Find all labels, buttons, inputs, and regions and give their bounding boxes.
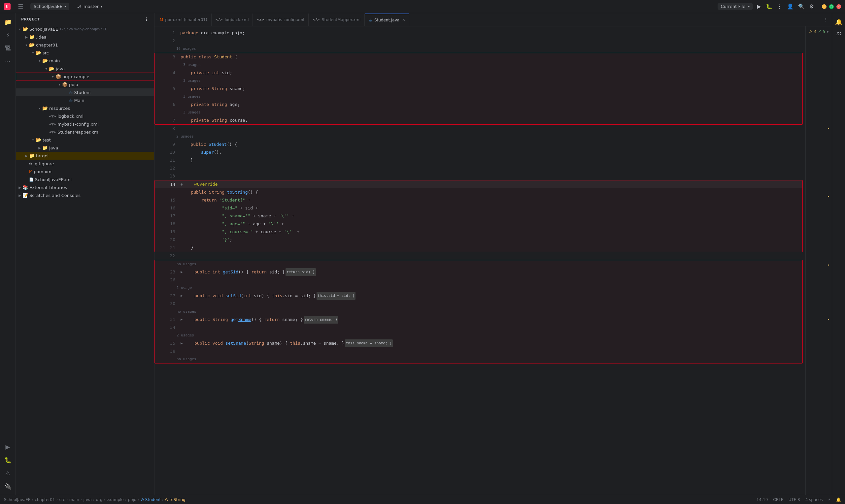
sidebar-menu-icon[interactable]: ⋮ bbox=[144, 17, 149, 22]
run-icon[interactable]: ▶ bbox=[757, 3, 761, 10]
tab-student[interactable]: ☕ Student.java ✕ bbox=[365, 14, 409, 26]
line-ending[interactable]: CRLF bbox=[773, 498, 783, 502]
tab-close-button[interactable]: ✕ bbox=[402, 18, 405, 22]
code-line-22: 22 bbox=[155, 252, 805, 260]
branch-switcher[interactable]: ⎇ master ▾ bbox=[73, 3, 106, 10]
tree-item-school-root[interactable]: ▾ 📂 SchoolJavaEE G:\Java web\SchoolJavaE… bbox=[16, 25, 154, 33]
code-line-5: 5 private String sname; bbox=[155, 85, 803, 93]
tree-item-iml[interactable]: ▾ 📄 SchoolJavaEE.iml bbox=[16, 176, 154, 183]
tab-logback[interactable]: </> logback.xml bbox=[212, 14, 253, 26]
code-content: return "Student{" + bbox=[180, 196, 250, 204]
breadcrumb-item[interactable]: main bbox=[69, 498, 79, 502]
activity-commit-icon[interactable]: ⚡ bbox=[2, 29, 14, 41]
code-content: public void setSid(int sid) { this.sid =… bbox=[184, 292, 316, 300]
debug-icon[interactable]: 🐛 bbox=[766, 3, 772, 10]
code-content: ", course='" + course + '\'' + bbox=[180, 228, 299, 236]
maximize-button[interactable]: □ bbox=[829, 4, 834, 9]
hamburger-menu[interactable]: ☰ bbox=[15, 1, 27, 13]
project-icon: 📂 bbox=[22, 26, 28, 32]
code-content: ", sname='" + sname + '\'' + bbox=[180, 212, 294, 220]
settings-icon[interactable]: ⚙ bbox=[809, 3, 814, 10]
m-icon[interactable]: m bbox=[835, 29, 843, 38]
activity-structure-icon[interactable]: 🏗 bbox=[2, 42, 14, 54]
code-content: private String age; bbox=[180, 101, 240, 109]
tree-item-mybatis[interactable]: ▾ </> mybatis-config.xml bbox=[16, 120, 154, 128]
more-actions-icon[interactable]: ⋮ bbox=[777, 3, 782, 10]
breadcrumb-item[interactable]: pojo bbox=[128, 498, 137, 502]
folder-icon: 📁 bbox=[42, 145, 48, 150]
tab-overflow-button[interactable]: ⋮ bbox=[821, 17, 830, 22]
notifications-button[interactable]: 🔔 bbox=[836, 498, 841, 502]
breadcrumb-item[interactable]: org bbox=[96, 498, 103, 502]
minimize-button[interactable]: — bbox=[822, 4, 827, 9]
chevron-down-icon: ▾ bbox=[64, 5, 66, 8]
tree-item-resources[interactable]: ▾ 📂 resources bbox=[16, 104, 154, 112]
tree-item-pojo[interactable]: ▾ 📦 pojo bbox=[16, 80, 154, 88]
tree-label: .gitignore bbox=[33, 161, 54, 166]
activity-plugins-icon[interactable]: 🔌 bbox=[2, 480, 14, 492]
code-line-13: 13 bbox=[155, 172, 805, 180]
usage-text: 2 usages bbox=[177, 332, 194, 339]
xml-file-icon: </> bbox=[49, 114, 56, 119]
code-editor[interactable]: 1 package org.example.pojo; 2 16 usages bbox=[155, 26, 805, 495]
problems-indicator[interactable]: ⚠ 4 ✓ 5 ▾ bbox=[809, 29, 829, 34]
tree-item-java[interactable]: ▾ 📂 java bbox=[16, 65, 154, 73]
breadcrumb-item[interactable]: java bbox=[84, 498, 92, 502]
tree-label: java bbox=[49, 145, 58, 150]
close-button[interactable]: ✕ bbox=[837, 4, 841, 9]
tree-item-src[interactable]: ▾ 📂 src bbox=[16, 49, 154, 57]
tree-item-ext-libs[interactable]: ▶ 📚 External Libraries bbox=[16, 183, 154, 191]
activity-debug-icon[interactable]: 🐛 bbox=[2, 454, 14, 466]
project-switcher[interactable]: SchoolJavaEE ▾ bbox=[30, 3, 69, 10]
tree-item-org-example[interactable]: ▾ 📦 org.example bbox=[16, 73, 154, 80]
encoding[interactable]: UTF-8 bbox=[789, 498, 800, 502]
tree-item-test-java[interactable]: ▶ 📁 java bbox=[16, 144, 154, 152]
tree-item-idea[interactable]: ▶ 📁 .idea bbox=[16, 33, 154, 41]
usage-text: no usages bbox=[177, 308, 196, 315]
tree-item-chapter01[interactable]: ▾ 📂 chapter01 bbox=[16, 41, 154, 49]
git-icon[interactable]: ⚡ bbox=[828, 498, 831, 502]
search-icon[interactable]: 🔍 bbox=[798, 3, 805, 10]
code-line-23: 23 ▶ public int getSid() { return sid; }… bbox=[155, 268, 803, 276]
tree-item-pom[interactable]: ▾ M pom.xml bbox=[16, 167, 154, 176]
breadcrumb-item[interactable]: SchoolJavaEE bbox=[4, 498, 30, 502]
tree-item-test[interactable]: ▾ 📂 test bbox=[16, 136, 154, 144]
breadcrumb-item-class[interactable]: ⊙ Student bbox=[141, 498, 161, 502]
code-line-20: 20 '}'; bbox=[155, 236, 803, 244]
tree-label: Main bbox=[74, 98, 85, 103]
tree-item-main-class[interactable]: ▾ ☕ Main bbox=[16, 96, 154, 104]
run-config-selector[interactable]: Current File ▾ bbox=[718, 3, 753, 10]
profile-icon[interactable]: 👤 bbox=[787, 3, 793, 10]
breadcrumb-item-method[interactable]: ⊙ toString bbox=[165, 498, 186, 502]
tab-pom[interactable]: M pom.xml (chapter01) bbox=[156, 14, 212, 26]
tree-item-student-mapper[interactable]: ▾ </> StudentMapper.xml bbox=[16, 128, 154, 136]
tree-item-main[interactable]: ▾ 📂 main bbox=[16, 57, 154, 65]
indent-setting[interactable]: 4 spaces bbox=[805, 498, 823, 502]
activity-project-icon[interactable]: 📁 bbox=[2, 16, 14, 28]
tree-item-gitignore[interactable]: ▾ ⊙ .gitignore bbox=[16, 160, 154, 167]
tree-item-scratches[interactable]: ▶ 📝 Scratches and Consoles bbox=[16, 191, 154, 199]
app-logo: IJ bbox=[4, 3, 11, 10]
activity-problems-icon[interactable]: ⚠ bbox=[2, 467, 14, 479]
tab-mybatis[interactable]: </> mybatis-config.xml bbox=[253, 14, 308, 26]
folder-icon: 📁 bbox=[29, 34, 35, 40]
breadcrumb-item[interactable]: chapter01 bbox=[35, 498, 55, 502]
expand-arrow: ▾ bbox=[30, 138, 36, 142]
tree-item-logback[interactable]: ▾ </> logback.xml bbox=[16, 112, 154, 120]
tree-item-target[interactable]: ▶ 📁 target bbox=[16, 152, 154, 160]
right-gutter: ⚠ 4 ✓ 5 ▾ bbox=[805, 26, 832, 495]
breadcrumb-item[interactable]: example bbox=[107, 498, 124, 502]
code-content: private String course; bbox=[180, 116, 248, 124]
folder-icon: 📁 bbox=[29, 153, 35, 158]
expand-icon: ▾ bbox=[827, 29, 828, 34]
tab-mapper[interactable]: </> StudentMapper.xml bbox=[309, 14, 365, 26]
breadcrumb-item[interactable]: src bbox=[59, 498, 65, 502]
notifications-icon[interactable]: 🔔 bbox=[833, 16, 845, 28]
activity-more-icon[interactable]: ··· bbox=[2, 55, 14, 67]
breadcrumb: SchoolJavaEE › chapter01 › src › main › … bbox=[4, 498, 186, 502]
cursor-position[interactable]: 14:19 bbox=[757, 498, 768, 502]
activity-run-icon[interactable]: ▶ bbox=[2, 441, 14, 452]
tab-bar: M pom.xml (chapter01) </> logback.xml </… bbox=[155, 13, 832, 26]
minimap-warning-marker bbox=[828, 128, 829, 129]
tree-item-student[interactable]: ▾ ☕ Student bbox=[16, 88, 154, 96]
